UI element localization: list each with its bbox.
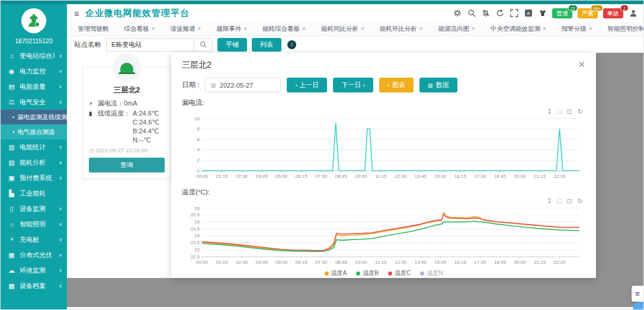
tab-close-icon[interactable]: ×	[419, 25, 423, 32]
sidebar-item[interactable]: ⚡充电桩∨	[1, 232, 67, 247]
tab-close-icon[interactable]: ×	[361, 25, 364, 32]
next-day-button[interactable]: 下一日 ›	[333, 78, 373, 92]
hamburger-menu-icon[interactable]: ≡	[74, 9, 79, 18]
sidebar-item[interactable]: ▣预付费系统∨	[1, 170, 67, 186]
prev-day-button[interactable]: ‹ 上一日	[287, 78, 327, 92]
temperature-chart[interactable]: 22.52323.52424.52525.52600:0001:1502:300…	[182, 205, 585, 266]
download-icon[interactable]: ↧	[547, 108, 552, 116]
svg-text:17:30: 17:30	[474, 174, 486, 179]
tab-能耗环比分析[interactable]: 能耗环比分析×	[376, 24, 427, 34]
download-icon[interactable]: ↧	[547, 198, 552, 205]
sidebar-item-label: 电气安全	[20, 98, 55, 107]
sidebar-item[interactable]: ▧能耗分析∨	[1, 155, 67, 170]
info-badge[interactable]: !	[287, 40, 296, 49]
gear-icon[interactable]	[453, 9, 462, 18]
tab-中央空调能效监测[interactable]: 中央空调能效监测×	[487, 24, 550, 34]
tab-报警分级[interactable]: 报警分级×	[558, 24, 596, 34]
sidebar-item[interactable]: ⌂变电站综自系统∨	[1, 48, 67, 63]
tab-智能照明控制[interactable]: 智能照明控制×	[604, 24, 643, 34]
query-button[interactable]: 查询	[89, 158, 165, 172]
svg-text:21:15: 21:15	[534, 174, 546, 179]
tab-close-icon[interactable]: ×	[152, 25, 155, 32]
tab-close-icon[interactable]: ×	[302, 25, 306, 32]
chevron-down-icon: ∨	[59, 53, 62, 59]
tab-close-icon[interactable]: ×	[197, 25, 201, 32]
tab-label: 能源流向图	[438, 25, 470, 33]
tab-label: 报警分级	[562, 25, 587, 33]
sidebar-item[interactable]: ▥电能统计∨	[1, 139, 67, 155]
svg-text:02:30: 02:30	[236, 174, 248, 179]
tab-close-icon[interactable]: ×	[243, 25, 247, 32]
refresh-icon[interactable]	[495, 9, 504, 18]
tab-越限事件[interactable]: 越限事件×	[213, 24, 251, 34]
sidebar-item[interactable]: ☁环境监测∨	[1, 263, 67, 278]
legend-item-温度N[interactable]: 温度N	[420, 269, 443, 277]
data-view-icon[interactable]: □	[558, 108, 562, 116]
legend-item-温度A[interactable]: 温度A	[325, 269, 347, 277]
leak-current-chart[interactable]: 024681000:0001:1502:3003:4505:0006:1507:…	[182, 116, 585, 180]
site-search-button[interactable]	[194, 38, 213, 52]
translate-icon[interactable]: A	[524, 9, 533, 18]
alarm-badge-normal[interactable]: 普通22	[552, 8, 572, 18]
tab-close-icon[interactable]: ×	[472, 25, 475, 32]
industry-energy-icon: ▙	[8, 190, 15, 197]
site-name-input[interactable]	[106, 38, 194, 52]
solar-pv-icon: ▦	[8, 251, 15, 259]
device-card[interactable]: 三层北2 ⚡ 漏电流：0mA ▮ 线缆温度： A:24.6℃C:24.6℃B:2…	[82, 67, 171, 179]
svg-text:8: 8	[197, 126, 200, 132]
alarm-badge-accident[interactable]: 事故2	[603, 8, 623, 18]
svg-text:05:00: 05:00	[275, 174, 288, 179]
restore-icon[interactable]: ⊡	[567, 108, 572, 116]
date-picker-input[interactable]: ▦ 2022-05-27	[205, 78, 281, 92]
sidebar-item[interactable]: ⚖电气安全∧	[1, 94, 67, 110]
sidebar-item[interactable]: ◉电力监控∨	[1, 63, 67, 79]
sidebar-item[interactable]: ▙工业能耗	[1, 186, 67, 201]
list-view-button[interactable]: 列表	[252, 38, 281, 52]
user-icon[interactable]	[629, 9, 637, 18]
bell-slash-icon[interactable]	[481, 9, 490, 18]
header: ≡ 企业微电网能效管理平台 A 普通22	[67, 4, 643, 22]
svg-text:20:00: 20:00	[514, 260, 526, 265]
tab-能耗同比分析[interactable]: 能耗同比分析×	[318, 24, 368, 34]
legend-label: 温度B	[363, 269, 379, 277]
sidebar-item[interactable]: ▦分布式光伏∨	[1, 247, 67, 263]
sidebar-item[interactable]: ▤电能质量∨	[1, 79, 67, 94]
calendar-icon: ▦	[210, 82, 216, 88]
side-panel-handle[interactable]: ≣	[632, 286, 643, 302]
content-area: 三层北2 ⚡ 漏电流：0mA ▮ 线缆温度： A:24.6℃C:24.6℃B:2…	[67, 53, 643, 309]
chart-icon: ▪	[387, 82, 389, 88]
sidebar-item[interactable]: ▯设备监测∨	[1, 201, 67, 216]
sidebar-item-label: 设备监测	[20, 204, 55, 213]
sidebar-item[interactable]: ☼智能照明∨	[1, 216, 67, 232]
tab-管理驾驶舱[interactable]: 管理驾驶舱	[74, 24, 113, 34]
restore-icon[interactable]: ⊡	[567, 198, 572, 205]
tile-view-button[interactable]: 平铺	[217, 38, 247, 52]
tab-close-icon[interactable]: ×	[543, 25, 546, 32]
sidebar-subitem[interactable]: •漏电监测及线缆测温	[1, 110, 67, 124]
legend-item-温度C[interactable]: 温度C	[388, 269, 411, 277]
theme-shirt-icon[interactable]	[538, 9, 547, 18]
close-icon[interactable]: ✕	[578, 60, 585, 69]
search-icon[interactable]	[467, 9, 476, 18]
chevron-down-icon: ∨	[59, 237, 62, 242]
cable-temp-value: N:--℃	[133, 136, 159, 145]
tab-能耗综合看板[interactable]: 能耗综合看板×	[259, 24, 309, 34]
sidebar-item[interactable]: ▩设备档案∨	[1, 278, 67, 293]
sidebar-item-label: 工业能耗	[20, 189, 62, 198]
tab-close-icon[interactable]: ×	[589, 25, 592, 32]
fullscreen-icon[interactable]	[510, 9, 518, 18]
refresh-icon[interactable]: ↻	[578, 108, 583, 116]
data-view-icon[interactable]: □	[558, 198, 562, 205]
data-view-button[interactable]: ▥ 数据	[419, 78, 457, 92]
tab-能源流向图[interactable]: 能源流向图×	[435, 24, 479, 34]
tab-谐波频谱[interactable]: 谐波频谱×	[166, 24, 204, 34]
sidebar-subitem[interactable]: •电气接点测温	[1, 124, 67, 139]
tab-综合看板[interactable]: 综合看板×	[121, 24, 159, 34]
chevron-down-icon: ∨	[59, 268, 62, 273]
electrical-safety-icon: ⚖	[8, 98, 15, 106]
chart-view-button[interactable]: ▪ 图表	[379, 78, 414, 92]
alarm-badge-severe[interactable]: 严重99+	[578, 8, 598, 18]
sidebar-username: 18702115120	[1, 36, 67, 48]
legend-item-温度B[interactable]: 温度B	[356, 269, 379, 277]
refresh-icon[interactable]: ↻	[578, 198, 583, 205]
